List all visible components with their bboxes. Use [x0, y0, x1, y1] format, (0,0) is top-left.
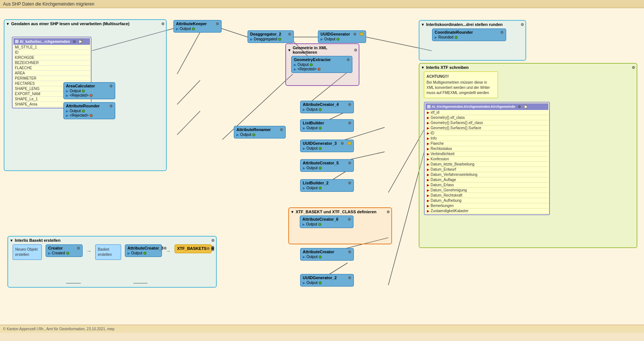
transformer-creator[interactable]: Creator ⚙ ▶ Created [46, 244, 83, 257]
reader-field-id: ID [13, 50, 90, 55]
attribute-creator-5-output-port: ▶ Output [303, 166, 351, 170]
arrow-icon-21: ▶ [127, 251, 130, 255]
svg-line-6 [177, 111, 200, 135]
arrow-w-16: ▶ [427, 188, 429, 192]
group-interlis-xtf-gear[interactable]: ⚙ [632, 66, 635, 70]
transformer-attribute-keeper[interactable]: AttributeKeeper ⚙ ▶ Output [173, 20, 222, 33]
transformer-attribute-creator[interactable]: AttributeCreator ⚙ ▶ Output [300, 248, 354, 261]
writer-field-datum-entwurf: ▶Datum_Entwurf [425, 167, 548, 172]
uuid-gen-3-output-port: ▶ Output [303, 146, 351, 150]
transformer-attribute-creator-6[interactable]: AttributeCreator_6 ⚙ ▶ Output [300, 215, 353, 228]
coordinate-rounder-gear[interactable]: ⚙ [500, 30, 504, 34]
list-builder-2-output-port: ▶ Output [303, 186, 351, 190]
area-calculator-header: AreaCalculator ⚙ [66, 84, 113, 88]
rounded-dot [455, 36, 458, 39]
collapse-geometrie-icon[interactable]: ▼ [288, 48, 291, 52]
group-interliskoord-gear[interactable]: ⚙ [521, 23, 524, 27]
attribute-renamer-gear[interactable]: ⚙ [280, 128, 283, 132]
transformer-list-builder-2[interactable]: ListBuilder_2 ⚙ ▶ Output [300, 179, 354, 192]
group-xtf-class-gear[interactable]: ⚙ [386, 210, 390, 214]
status-text: © Kanton Appenzell I.Rh., Amt für Geoinf… [3, 327, 114, 331]
collapse-interlis-xtf-icon[interactable]: ▼ [421, 66, 425, 70]
arrow-icon-2: ▶ [66, 89, 69, 93]
transformer-uuid-generator[interactable]: UUIDGenerator ⚙ ▶ Output [318, 30, 366, 43]
transformer-xtf-baskets[interactable]: XTF_BASKETS ⚙ ⊞ [175, 244, 212, 253]
collapse-interliskoord-icon[interactable]: ▼ [421, 23, 425, 27]
uuid-gen-2-gear[interactable]: ⚙ [348, 276, 351, 280]
geometry-extractor-gear[interactable]: ⚙ [346, 58, 350, 62]
list-builder-2-gear[interactable]: ⚙ [348, 181, 351, 185]
creator-gear[interactable]: ⚙ [77, 246, 80, 250]
reader-field-area: AREA [13, 71, 90, 76]
attribute-creator-5-header: AttributeCreator_5 ⚙ [303, 161, 351, 165]
note-neues-objekt: Neues Objekt erstellen [13, 244, 42, 260]
attribute-creator-4-gear[interactable]: ⚙ [348, 103, 351, 107]
creator-header: Creator ⚙ [48, 246, 80, 250]
uuid-gen-3-gear[interactable]: ⚙ [341, 141, 344, 146]
transformer-coordinate-rounder[interactable]: CoordinateRounder ⚙ ▶ Rounded [432, 29, 506, 41]
writer-fields: ▶xtf_id ▶Geometry{}.xtf_class ▶Geometry{… [425, 110, 548, 214]
transformer-area-calculator[interactable]: AreaCalculator ⚙ ▶ Output ▶ <Rejected> [63, 82, 115, 99]
collapse-xtf-icon[interactable]: ▼ [291, 210, 294, 214]
group-geometrie-gear[interactable]: ⚙ [354, 48, 357, 52]
writer-field-id: ▶ID [425, 131, 548, 136]
attribute-keeper-gear[interactable]: ⚙ [216, 22, 219, 26]
attribute-creator-6-gear[interactable]: ⚙ [348, 217, 351, 221]
note-text: ACHTUNG!!! [426, 74, 495, 79]
reader-header: ⊞ AI_katholisc...rchgemeinden ⚙ ▶ [13, 38, 90, 45]
writer-gear[interactable]: ⚙ [518, 105, 521, 109]
transformer-list-builder[interactable]: ListBuilder ⚙ ▶ Output [300, 119, 354, 132]
arrow-w-7: ▶ [427, 142, 429, 146]
group-geodaten-gear[interactable]: ⚙ [161, 22, 165, 26]
arrow-icon-3: ▶ [66, 94, 69, 97]
arrow-icon: ▶ [236, 133, 239, 137]
transformer-attribute-rounder[interactable]: AttributeRounder ⚙ ▶ Output ▶ <Rejected> [63, 102, 115, 119]
reader-gear[interactable]: ⚙ [73, 40, 76, 44]
area-calculator-gear[interactable]: ⚙ [109, 84, 113, 88]
transformer-attribute-creator-5[interactable]: AttributeCreator_5 ⚙ ▶ Output [300, 159, 354, 172]
arrow-w-12: ▶ [427, 168, 429, 171]
collapse-basekt-icon[interactable]: ▼ [10, 238, 13, 243]
writer-node[interactable]: ⊞ AI_Kirchgemeinden.Kirchgemeinden.Kirch… [424, 102, 550, 215]
writer-expand[interactable]: ▶ [524, 104, 528, 109]
transformer-uuid-generator-2[interactable]: UUIDGenerator_2 ⚙ ▶ Output [300, 274, 354, 287]
xtf-baskets-gear[interactable]: ⚙ [206, 247, 210, 251]
arrow-w-14: ▶ [427, 178, 429, 182]
writer-field-datum-auflage: ▶Datum_Auflage [425, 177, 548, 183]
output-dot [252, 133, 255, 136]
deaggregator2-output-port: ▶ Deaggregated [250, 37, 291, 41]
collapse-geodaten-icon[interactable]: ▼ [6, 22, 10, 26]
arrow-w-10: ▶ [427, 157, 429, 161]
arrow-w-8: ▶ [427, 147, 429, 151]
reader-expand[interactable]: ▶ [79, 39, 83, 44]
uuid-gen-2-header: UUIDGenerator_2 ⚙ [303, 275, 351, 280]
arrow-icon-16: ▶ [303, 186, 305, 190]
svg-line-4 [177, 32, 200, 74]
coordinate-rounder-rounded-port: ▶ Rounded [435, 35, 504, 39]
transformer-attribute-renamer[interactable]: AttributeRenamer ⚙ ▶ Output [234, 126, 286, 138]
deaggregator2-gear[interactable]: ⚙ [288, 32, 291, 36]
group-interlis-basekt-title: ▼ Interlis Basekt erstellen ⚙ [10, 238, 215, 243]
attribute-creator-3-header: AttributeCreator_3 ⚙ [127, 246, 159, 250]
attribute-creator-5-gear[interactable]: ⚙ [348, 161, 351, 165]
writer-header: ⊞ AI_Kirchgemeinden.Kirchgemeinden.Kirch… [425, 103, 548, 110]
attribute-keeper-header: AttributeKeeper ⚙ [176, 21, 219, 26]
arrow-w-13: ▶ [427, 173, 429, 177]
attribute-creator-gear[interactable]: ⚙ [348, 250, 351, 254]
list-builder-gear[interactable]: ⚙ [348, 121, 351, 125]
transformer-deaggregator2[interactable]: Deaggregator_2 ⚙ ▶ Deaggregated [248, 30, 294, 43]
transformer-attribute-creator-3[interactable]: AttributeCreator_3 ⚙ ▶ Output [125, 244, 162, 257]
writer-field-datum-aufhebung: ▶Datum_Aufhebung [425, 198, 548, 203]
created-dot [66, 252, 69, 255]
attribute-rounder-gear[interactable]: ⚙ [109, 104, 113, 108]
rejected-dot [90, 94, 93, 97]
attribute-creator-3-gear[interactable]: ⚙ [163, 246, 167, 250]
arrow-w-20: ▶ [427, 209, 429, 213]
transformer-attribute-creator-4[interactable]: AttributeCreator_4 ⚙ ▶ Output [300, 101, 354, 113]
group-geodaten: ▼ Geodaten aus einer SHP lesen und verar… [4, 19, 167, 171]
xtf-baskets-expand[interactable]: ⊞ [211, 246, 214, 251]
transformer-uuid-generator-3[interactable]: UUIDGenerator_3 ⚙ ▶ Output [300, 140, 354, 152]
group-interlis-basekt-gear[interactable]: ⚙ [211, 238, 215, 243]
transformer-geometry-extractor[interactable]: GeometryExtractor ⚙ ▶ Output ▶ <Rejected… [291, 56, 352, 73]
uuid-gen-gear[interactable]: ⚙ [353, 32, 356, 36]
